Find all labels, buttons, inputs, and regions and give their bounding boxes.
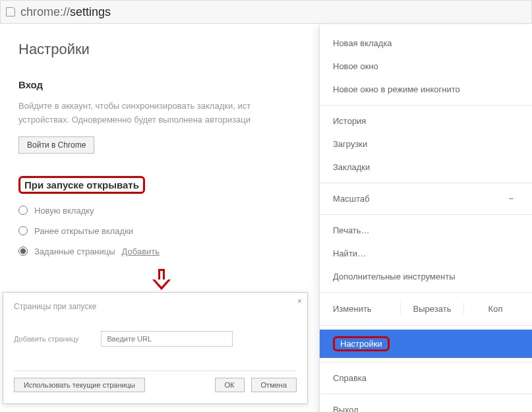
menu-zoom-value: − bbox=[508, 194, 519, 204]
startup-option-label: Заданные страницы bbox=[34, 247, 115, 256]
menu-downloads[interactable]: Загрузки bbox=[320, 132, 532, 156]
menu-history[interactable]: История bbox=[320, 109, 532, 132]
startup-pages-dialog: Страницы при запуске × Добавить страницу… bbox=[3, 292, 308, 404]
menu-new-window[interactable]: Новое окно bbox=[320, 55, 532, 78]
menu-print[interactable]: Печать… bbox=[320, 219, 532, 242]
startup-heading: При запуске открывать bbox=[24, 179, 139, 191]
menu-settings-highlight: Настройки bbox=[333, 336, 390, 351]
radio-continue[interactable] bbox=[18, 226, 28, 235]
menu-settings-label: Настройки bbox=[340, 339, 382, 349]
dialog-cancel-button[interactable]: Отмена bbox=[251, 378, 297, 392]
menu-separator bbox=[320, 362, 532, 363]
menu-separator bbox=[320, 394, 532, 394]
add-page-label: Добавить страницу bbox=[14, 335, 78, 343]
url-text: chrome://settings bbox=[20, 5, 111, 19]
menu-edit-label: Изменить bbox=[333, 304, 400, 314]
menu-settings[interactable]: Настройки bbox=[320, 330, 532, 358]
startup-option-label: Новую вкладку bbox=[34, 206, 94, 216]
menu-zoom-label: Масштаб bbox=[333, 194, 370, 204]
menu-new-incognito[interactable]: Новое окно в режиме инкогнито bbox=[320, 78, 532, 101]
dialog-title: Страницы при запуске bbox=[14, 302, 297, 311]
menu-exit[interactable]: Выход bbox=[320, 398, 532, 412]
menu-new-tab[interactable]: Новая вкладка bbox=[320, 32, 532, 55]
menu-copy[interactable]: Коп bbox=[463, 302, 527, 316]
radio-specific[interactable] bbox=[18, 247, 28, 256]
menu-separator bbox=[320, 105, 532, 105]
dialog-close-icon[interactable]: × bbox=[297, 297, 302, 306]
menu-cut[interactable]: Вырезать bbox=[400, 302, 463, 316]
menu-separator bbox=[320, 183, 532, 183]
menu-separator bbox=[320, 292, 532, 293]
menu-zoom[interactable]: Масштаб − bbox=[320, 187, 532, 210]
menu-find[interactable]: Найти… bbox=[320, 242, 532, 265]
annotation-arrow-icon bbox=[153, 269, 170, 293]
menu-bookmarks[interactable]: Закладки bbox=[320, 156, 532, 179]
chrome-menu: Новая вкладка Новое окно Новое окно в ре… bbox=[319, 25, 532, 412]
add-page-input[interactable] bbox=[101, 331, 233, 347]
menu-separator bbox=[320, 325, 532, 326]
use-current-pages-button[interactable]: Использовать текущие страницы bbox=[14, 378, 145, 392]
startup-heading-highlight: При запуске открывать bbox=[18, 176, 145, 194]
startup-option-label: Ранее открытые вкладки bbox=[34, 226, 133, 236]
menu-more-tools[interactable]: Дополнительные инструменты bbox=[320, 265, 532, 288]
menu-edit-row: Изменить Вырезать Коп bbox=[320, 297, 532, 321]
menu-help[interactable]: Справка bbox=[320, 367, 532, 390]
radio-new-tab[interactable] bbox=[18, 206, 28, 215]
page-icon bbox=[6, 7, 15, 16]
startup-add-link[interactable]: Добавить bbox=[122, 247, 160, 256]
signin-button[interactable]: Войти в Chrome bbox=[18, 136, 94, 154]
dialog-ok-button[interactable]: ОК bbox=[215, 378, 245, 392]
address-bar[interactable]: chrome://settings bbox=[0, 0, 532, 24]
menu-separator bbox=[320, 214, 532, 215]
